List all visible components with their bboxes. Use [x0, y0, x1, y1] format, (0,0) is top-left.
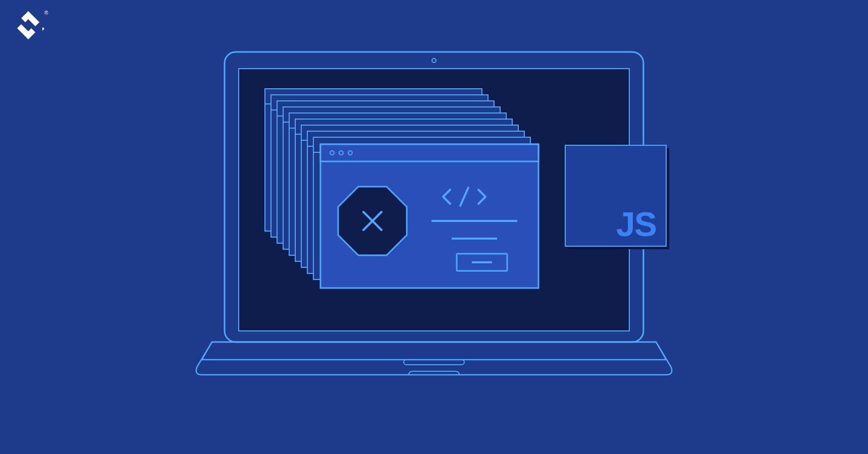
laptop-base [196, 342, 672, 375]
svg-rect-6 [404, 360, 464, 365]
toptal-logo-icon [14, 9, 42, 43]
registered-mark: ® [44, 10, 48, 16]
front-window [320, 144, 538, 288]
error-octagon-icon [338, 187, 407, 255]
laptop-illustration: JS [182, 44, 686, 410]
svg-point-8 [432, 59, 436, 63]
js-badge: JS [565, 145, 669, 249]
svg-rect-29 [320, 144, 538, 161]
js-badge-text: JS [616, 205, 656, 243]
